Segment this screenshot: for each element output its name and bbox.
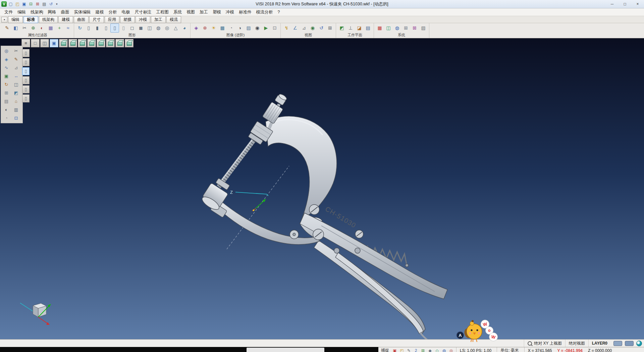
- layer-mask-icon[interactable]: ◐: [38, 24, 46, 33]
- rotate-icon[interactable]: ↻: [2, 81, 11, 88]
- undo-icon[interactable]: ↺: [48, 1, 54, 7]
- capture-screen-icon[interactable]: ▣: [392, 348, 398, 352]
- snap-lock-toggle[interactable]: 捕捉: [378, 348, 392, 352]
- app-logo-icon[interactable]: V: [1, 1, 7, 7]
- half-box-icon[interactable]: ◫: [145, 24, 154, 33]
- tab-application[interactable]: 应用: [105, 16, 119, 23]
- world-status-icon[interactable]: ◍: [441, 348, 447, 352]
- home-view-icon[interactable]: ⌂: [12, 97, 20, 105]
- menu-mesh[interactable]: 网格: [46, 9, 59, 16]
- solid-box-icon[interactable]: ◼: [137, 24, 145, 33]
- capture-image-icon[interactable]: ⊡: [270, 24, 279, 33]
- shadow-icon[interactable]: ◑: [235, 24, 244, 33]
- menu-wireframe[interactable]: 线架构: [28, 9, 46, 16]
- color-filter-icon[interactable]: ◧: [11, 24, 20, 33]
- single-viewport-icon[interactable]: □: [31, 39, 40, 47]
- close-button[interactable]: ×: [631, 0, 644, 8]
- add-filter-icon[interactable]: +: [55, 24, 64, 33]
- snap-magnet-icon[interactable]: ⊗: [201, 24, 209, 33]
- select-icon[interactable]: ◎: [2, 47, 11, 55]
- tab-mold[interactable]: 塑膜: [120, 16, 135, 23]
- plot-icon[interactable]: ⊡: [12, 114, 20, 122]
- menu-standard-parts[interactable]: 标准件: [236, 9, 254, 16]
- play-animation-icon[interactable]: ▶: [262, 24, 270, 33]
- menu-view[interactable]: 视图: [184, 9, 197, 16]
- iso-view-icon[interactable]: [59, 39, 68, 47]
- workplane-align-icon[interactable]: ◪: [355, 24, 364, 33]
- transparency-icon[interactable]: ◔: [227, 24, 235, 33]
- tab-die[interactable]: 冲模: [136, 16, 150, 23]
- globe-status-icon[interactable]: [636, 341, 642, 346]
- absolute-view-cell[interactable]: 绝对视图: [565, 340, 588, 347]
- menu-edit[interactable]: 编辑: [15, 9, 28, 16]
- print-icon[interactable]: ▤: [41, 1, 47, 7]
- new-file-icon[interactable]: ▢: [8, 1, 14, 7]
- sphere-display-icon[interactable]: ◍: [154, 24, 163, 33]
- region-icon[interactable]: ▣: [2, 72, 11, 80]
- grid-settings-icon[interactable]: ⊞: [401, 24, 410, 33]
- camera-icon[interactable]: ◉: [253, 24, 262, 33]
- hatch-filter-icon[interactable]: ▦: [46, 24, 55, 33]
- cone-display-icon[interactable]: △: [171, 24, 180, 33]
- menu-surface[interactable]: 曲面: [59, 9, 72, 16]
- workplane-grid-icon[interactable]: ▤: [364, 24, 372, 33]
- arc-icon[interactable]: ◔: [2, 114, 11, 122]
- clamp-screw-assembly[interactable]: [200, 93, 287, 212]
- menu-electrode[interactable]: 电极: [119, 9, 132, 16]
- minimize-button[interactable]: ─: [606, 0, 619, 8]
- mirror-icon[interactable]: ◫: [12, 81, 20, 88]
- front-view-icon[interactable]: [78, 39, 87, 47]
- menu-moldflow[interactable]: 模流分析: [254, 9, 275, 16]
- screen-layout-icon[interactable]: ◫: [384, 24, 393, 33]
- menu-drafting[interactable]: 工程图: [154, 9, 171, 16]
- import-icon[interactable]: ⊟: [28, 1, 34, 7]
- texture-map-icon[interactable]: ▩: [218, 24, 227, 33]
- color-swatch-2[interactable]: [625, 341, 634, 346]
- menu-mold[interactable]: 塑模: [210, 9, 223, 16]
- sketch-pencil-icon[interactable]: ✎: [12, 55, 20, 63]
- open-file-icon[interactable]: ◰: [14, 1, 20, 7]
- hidden-line-cylinder-icon[interactable]: ▯: [102, 24, 110, 33]
- tab-machining[interactable]: 加工: [151, 16, 166, 23]
- top-view-icon[interactable]: [68, 39, 77, 47]
- tab-moldflow[interactable]: 模流: [166, 16, 181, 23]
- trim-scissors-icon[interactable]: ✂: [12, 47, 20, 55]
- clipboard-slot-4-icon[interactable]: ▯: [22, 76, 30, 84]
- attribute-brush-icon[interactable]: ✎: [3, 24, 11, 33]
- maximize-button[interactable]: □: [619, 0, 631, 8]
- render-settings-icon[interactable]: ◈: [192, 24, 201, 33]
- workplane-create-icon[interactable]: ◩: [337, 24, 346, 33]
- outline-cylinder-icon[interactable]: ▯: [119, 24, 128, 33]
- clipboard-slot-5-icon[interactable]: ▯: [22, 85, 30, 93]
- tab-edit[interactable]: 编辑: [8, 16, 23, 23]
- dynamic-rotate-icon[interactable]: ↯: [282, 24, 291, 33]
- target-status-icon[interactable]: ◎: [448, 348, 454, 352]
- menu-die[interactable]: 冲模: [223, 9, 236, 16]
- clipboard-slot-1-icon[interactable]: ▯: [22, 49, 30, 57]
- wire-box-icon[interactable]: ◻: [128, 24, 137, 33]
- wireframe-cylinder-icon[interactable]: ▯: [84, 24, 93, 33]
- clipboard-slot-3-icon[interactable]: ▯: [22, 67, 30, 75]
- palette-icon[interactable]: ◰: [399, 348, 405, 352]
- right-view-icon[interactable]: [87, 39, 96, 47]
- selection-box-icon[interactable]: ⊠: [410, 24, 419, 33]
- view-orientation-field[interactable]: 绝对 XY 上视图: [524, 340, 565, 347]
- clamp-model[interactable]: CH-51030: [200, 93, 447, 339]
- measure-triangle-icon[interactable]: ⊿: [300, 24, 308, 33]
- split-viewport-icon[interactable]: ◫: [40, 39, 49, 47]
- array-icon[interactable]: ⊞: [2, 89, 11, 97]
- torus-display-icon[interactable]: ◎: [163, 24, 171, 33]
- menu-analysis[interactable]: 分析: [106, 9, 119, 16]
- layers-icon[interactable]: ▤: [2, 97, 11, 105]
- menu-modeling[interactable]: 建模: [93, 9, 106, 16]
- shading-icon[interactable]: ◐: [2, 106, 11, 114]
- wave-filter-icon[interactable]: ≈: [64, 24, 72, 33]
- tab-standard[interactable]: 标准: [23, 16, 38, 23]
- zoom-extents-icon[interactable]: ⊞: [326, 24, 334, 33]
- clipboard-slot-2-icon[interactable]: ▯: [22, 58, 30, 66]
- menu-solid-edit[interactable]: 实体编辑: [72, 9, 93, 16]
- grid-toggle-icon[interactable]: ⊞: [420, 348, 426, 352]
- refresh-graphics-icon[interactable]: ↻: [75, 24, 84, 33]
- view-cube-status-icon[interactable]: ◇: [434, 348, 440, 352]
- shaded-view-icon[interactable]: ▣: [50, 39, 58, 47]
